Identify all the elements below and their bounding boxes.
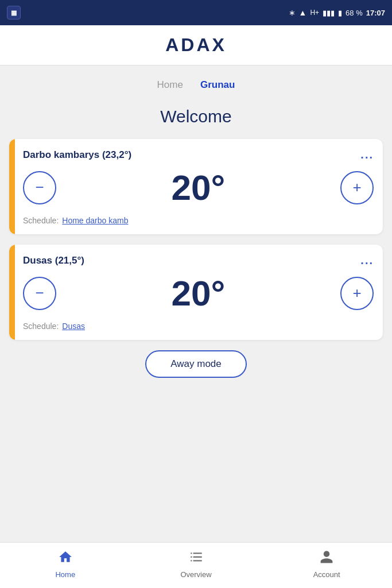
- status-bar: ▦ ∗ ▲ H+ ▮▮▮ ▮ 68 % 17:07: [0, 0, 392, 25]
- signal-h-icon: H+: [310, 9, 319, 17]
- plus-icon-1: +: [352, 179, 361, 196]
- tab-grunau[interactable]: Grunau: [200, 77, 235, 93]
- app-logo: ADAX: [165, 34, 227, 56]
- nav-account-label: Account: [313, 570, 340, 579]
- app-header: ADAX: [0, 25, 392, 65]
- list-icon: [189, 550, 204, 568]
- card-body-2: Dusas (21,5°) ... − 20° + Schedule: Dusa…: [15, 245, 383, 340]
- main-content: Home Grunau Welcome Darbo kambarys (23,2…: [0, 65, 392, 542]
- schedule-label-1: Schedule:: [23, 216, 59, 225]
- plus-icon-2: +: [352, 284, 361, 302]
- nav-home-label: Home: [55, 570, 75, 579]
- decrease-btn-1[interactable]: −: [23, 171, 56, 204]
- increase-btn-1[interactable]: +: [340, 171, 374, 204]
- schedule-link-1[interactable]: Home darbo kamb: [62, 216, 128, 225]
- battery-percent: 68 %: [346, 9, 363, 17]
- battery-icon: ▮: [338, 9, 342, 17]
- card-header-1: Darbo kambarys (23,2°) ...: [23, 148, 374, 161]
- card-controls-1: − 20° +: [23, 167, 374, 208]
- tab-home[interactable]: Home: [157, 77, 183, 93]
- card-menu-2[interactable]: ...: [360, 254, 374, 267]
- status-left: ▦: [7, 6, 21, 20]
- status-right: ∗ ▲ H+ ▮▮▮ ▮ 68 % 17:07: [289, 8, 385, 17]
- minus-icon-2: −: [35, 284, 44, 302]
- card-body-1: Darbo kambarys (23,2°) ... − 20° + Sched…: [15, 139, 383, 234]
- temp-display-2: 20°: [172, 273, 226, 314]
- wifi-icon: ▲: [299, 8, 307, 17]
- person-icon: [319, 550, 334, 568]
- card-controls-2: − 20° +: [23, 273, 374, 314]
- temp-display-1: 20°: [172, 167, 226, 208]
- bottom-nav: Home Overview Account: [0, 542, 392, 588]
- bluetooth-icon: ∗: [289, 8, 296, 17]
- card-accent-2: [9, 245, 15, 340]
- nav-home[interactable]: Home: [0, 550, 131, 579]
- welcome-title: Welcome: [9, 107, 383, 126]
- nav-account[interactable]: Account: [261, 550, 392, 579]
- app-icon: ▦: [7, 6, 21, 20]
- schedule-link-2[interactable]: Dusas: [62, 322, 85, 331]
- nav-overview-label: Overview: [180, 570, 211, 579]
- home-icon: [58, 550, 73, 568]
- away-mode-button[interactable]: Away mode: [145, 350, 247, 378]
- card-title-1: Darbo kambarys (23,2°): [23, 149, 131, 161]
- nav-overview[interactable]: Overview: [131, 550, 262, 579]
- location-tabs: Home Grunau: [9, 65, 383, 99]
- increase-btn-2[interactable]: +: [340, 277, 374, 310]
- card-menu-1[interactable]: ...: [360, 148, 374, 161]
- schedule-label-2: Schedule:: [23, 322, 59, 331]
- clock: 17:07: [366, 9, 385, 17]
- device-card-2: Dusas (21,5°) ... − 20° + Schedule: Dusa…: [9, 245, 383, 340]
- card-schedule-2: Schedule: Dusas: [23, 322, 374, 331]
- signal-bars-icon: ▮▮▮: [323, 9, 335, 17]
- minus-icon-1: −: [35, 179, 44, 196]
- card-schedule-1: Schedule: Home darbo kamb: [23, 216, 374, 225]
- away-mode-container: Away mode: [9, 350, 383, 378]
- decrease-btn-2[interactable]: −: [23, 277, 56, 310]
- card-header-2: Dusas (21,5°) ...: [23, 254, 374, 267]
- card-title-2: Dusas (21,5°): [23, 255, 84, 266]
- device-card-1: Darbo kambarys (23,2°) ... − 20° + Sched…: [9, 139, 383, 234]
- card-accent-1: [9, 139, 15, 234]
